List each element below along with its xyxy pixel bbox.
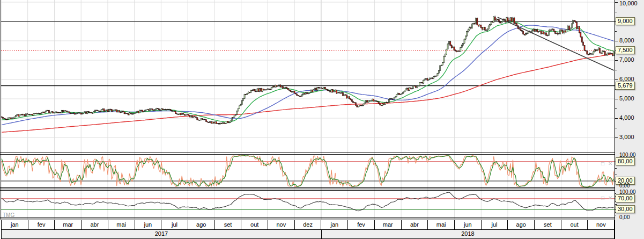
month-cell: fev: [28, 220, 55, 229]
axis-tick: [615, 137, 618, 138]
month-cell: jul: [161, 220, 188, 229]
momentum-panel-close-icon[interactable]: ✕: [608, 195, 612, 201]
month-cell: out: [241, 220, 268, 229]
momentum-panel-minimize-icon[interactable]: □: [601, 195, 604, 201]
price-alert-label[interactable]: 80,00: [616, 157, 635, 165]
axis-tick: [615, 204, 617, 205]
chart-plot-area[interactable]: TMG□✕□✕: [0, 0, 615, 220]
axis-tick: [615, 70, 617, 70]
axis-tick: [615, 41, 618, 41]
price-axis: 10,0009,0008,0007,5007,0006,0005,6795,00…: [615, 0, 644, 239]
axis-tick: [615, 60, 618, 61]
axis-tick: [615, 12, 617, 12]
month-cell: set: [215, 220, 242, 229]
month-cell: fev: [348, 220, 375, 229]
month-cell: mar: [375, 220, 402, 229]
axis-tick-label: 0,00: [619, 214, 630, 220]
axis-tick: [615, 31, 617, 32]
month-cell: jan: [321, 220, 348, 229]
month-cell: mai: [428, 220, 455, 229]
month-cell: mar: [55, 220, 82, 229]
trend-line[interactable]: [498, 17, 614, 70]
month-cell: ago: [188, 220, 215, 229]
axis-tick: [615, 99, 618, 99]
year-cell: 2017: [2, 230, 322, 238]
stochastic-panel-close-icon[interactable]: ✕: [608, 161, 612, 166]
axis-tick: [615, 2, 618, 3]
month-cell: jan: [1, 220, 28, 229]
month-cell: abr: [402, 220, 428, 229]
axis-tick: [615, 118, 618, 119]
month-cell: abr: [82, 220, 108, 229]
price-alert-label[interactable]: 5,679: [616, 82, 635, 90]
axis-tick: [615, 175, 617, 175]
year-cell: 2018: [322, 230, 615, 238]
month-cell: nov: [268, 220, 295, 229]
axis-tick: [615, 193, 616, 194]
axis-tick: [615, 128, 617, 128]
month-cell: out: [561, 220, 588, 229]
ma-medium-line: [2, 25, 614, 125]
price-alert-label[interactable]: 9,000: [616, 17, 635, 25]
month-cell: ago: [508, 220, 535, 229]
axis-tick: [615, 215, 616, 215]
year-axis: 20172018: [1, 230, 615, 239]
axis-tick-label: 3,000: [619, 134, 634, 140]
ma-fast-line: [2, 21, 614, 122]
axis-tick-label: 4,000: [619, 114, 634, 121]
month-cell: set: [535, 220, 561, 229]
price-alert-label[interactable]: 30,00: [616, 205, 635, 213]
price-alert-label[interactable]: 70,00: [616, 194, 635, 202]
month-axis: janfevmarabrmaijunjulagosetoutnovdezjanf…: [1, 220, 615, 230]
momentum-panel-label: TMG: [3, 212, 14, 218]
price-alert-label[interactable]: 7,500: [616, 46, 635, 54]
axis-tick: [615, 108, 617, 109]
axis-tick-label: 7,000: [619, 56, 634, 63]
stochastic-panel-minimize-icon[interactable]: □: [601, 161, 604, 166]
axis-tick-label: 0,00: [619, 183, 630, 189]
month-cell: mai: [108, 220, 135, 229]
month-cell: nov: [588, 220, 615, 229]
month-cell: jun: [135, 220, 162, 229]
trading-chart: TMG□✕□✕ 10,0009,0008,0007,5007,0006,0005…: [0, 0, 644, 239]
month-cell: jul: [482, 220, 508, 229]
axis-tick-label: 10,000: [619, 0, 638, 6]
candlestick-series: [1, 16, 615, 125]
month-cell: dez: [295, 220, 322, 229]
axis-tick: [615, 79, 618, 80]
axis-tick: [615, 168, 617, 169]
axis-tick-label: 8,000: [619, 37, 634, 44]
axis-tick-label: 5,000: [619, 95, 634, 102]
momentum-line: [2, 192, 614, 211]
month-cell: jun: [455, 220, 482, 229]
